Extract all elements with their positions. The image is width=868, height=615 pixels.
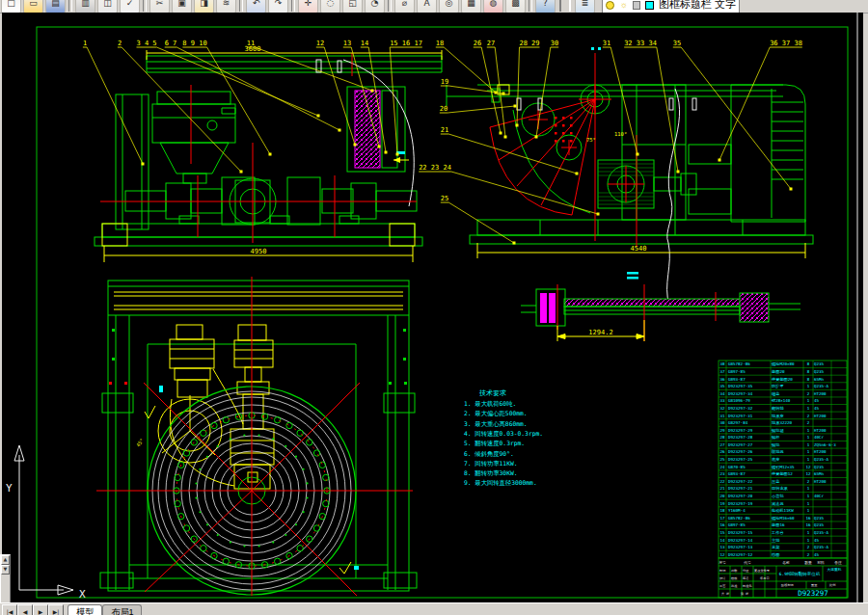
svg-text:底座: 底座 xyxy=(772,457,780,462)
svg-text:1: 1 xyxy=(807,449,810,454)
svg-text:9. 最大回转直径3000mm.: 9. 最大回转直径3000mm. xyxy=(464,479,537,487)
cut-icon[interactable]: ✂ xyxy=(149,0,170,13)
svg-text:65Mn: 65Mn xyxy=(814,377,825,382)
svg-text:28 29: 28 29 xyxy=(519,40,539,47)
layer-dropdown[interactable]: ☼ 图框标题栏 文字 xyxy=(602,0,740,13)
match-properties-icon[interactable]: ≋ xyxy=(216,0,236,13)
svg-text:弹簧垫圈20: 弹簧垫圈20 xyxy=(772,377,793,382)
svg-text:12: 12 xyxy=(719,552,725,557)
svg-text:8. 翻转功率30KW.: 8. 翻转功率30KW. xyxy=(464,469,518,476)
svg-text:Q235-A: Q235-A xyxy=(814,384,829,388)
svg-text:33: 33 xyxy=(719,398,725,403)
svg-text:3 4 5: 3 4 5 xyxy=(136,40,156,47)
plan-view: 45° xyxy=(96,277,417,596)
open-icon[interactable]: ▭ xyxy=(23,0,43,13)
left-scroll-strip[interactable]: ▲ ▼ xyxy=(0,554,11,604)
svg-text:37: 37 xyxy=(719,369,725,374)
undo-icon[interactable]: ↶ xyxy=(246,0,266,13)
svg-text:轴承座: 轴承座 xyxy=(772,414,784,418)
svg-text:D923297-27: D923297-27 xyxy=(728,442,753,447)
svg-text:22: 22 xyxy=(719,479,725,484)
svg-text:19: 19 xyxy=(719,501,725,506)
svg-text:批准: 批准 xyxy=(731,584,738,588)
dim-front-width: 4950 xyxy=(251,248,267,255)
scroll-down-button[interactable]: ▼ xyxy=(1,565,10,575)
svg-text:签名: 签名 xyxy=(743,576,748,580)
toolbar-separator xyxy=(239,0,243,12)
svg-text:2: 2 xyxy=(807,391,810,396)
copy-icon[interactable]: ▣ xyxy=(172,0,192,13)
svg-text:D923297-31: D923297-31 xyxy=(728,414,753,418)
drawing-canvas[interactable]: 75° 110° 1294.2 xyxy=(2,13,863,602)
svg-text:回转支承: 回转支承 xyxy=(772,486,789,491)
grid-icon[interactable]: ▩ xyxy=(505,0,526,13)
redo-icon[interactable]: ↷ xyxy=(268,0,288,13)
technical-requirements: 技术要求1. 最大载荷60吨.2. 最大偏心距500mm.3. 最大重心高860… xyxy=(464,389,543,487)
print-preview-icon[interactable]: ◫ xyxy=(97,0,118,13)
tab-布局1[interactable]: 布局1 xyxy=(102,604,142,615)
toolbar: □▭▤▥◫✓✂▣◨≋↶↷✛◌◱◔⌀A◎▦◍▩?≣ ☼ 图框标题栏 文字 xyxy=(0,0,868,13)
svg-text:5. 翻转速度0.3rpm.: 5. 翻转速度0.3rpm. xyxy=(464,440,525,447)
dim-style-icon[interactable]: ◎ xyxy=(439,0,459,13)
svg-text:D923297-26: D923297-26 xyxy=(728,449,753,454)
svg-text:15: 15 xyxy=(719,530,725,535)
svg-text:2: 2 xyxy=(807,414,810,418)
front-view xyxy=(95,53,442,246)
svg-text:联轴器: 联轴器 xyxy=(772,449,784,454)
svg-text:Q235-A: Q235-A xyxy=(814,457,829,462)
layer-name-label: 图框标题栏 文字 xyxy=(659,0,736,10)
svg-text:D923297-22: D923297-22 xyxy=(728,479,753,484)
svg-text:30: 30 xyxy=(719,420,725,425)
svg-text:代号: 代号 xyxy=(744,560,751,565)
svg-text:轴承32220: 轴承32220 xyxy=(772,420,792,425)
zoom-realtime-icon[interactable]: ◌ xyxy=(320,0,340,13)
svg-text:31: 31 xyxy=(719,414,725,418)
svg-text:压盖: 压盖 xyxy=(772,479,780,484)
layers-icon[interactable]: ≣ xyxy=(575,0,595,13)
svg-text:36: 36 xyxy=(719,377,725,382)
company-name: 大连重机 xyxy=(827,567,841,572)
svg-text:32 33 34: 32 33 34 xyxy=(624,40,657,47)
svg-text:30: 30 xyxy=(551,40,558,47)
svg-text:35: 35 xyxy=(719,384,725,388)
table-icon[interactable]: ▦ xyxy=(461,0,481,13)
save-icon[interactable]: ▤ xyxy=(45,0,66,13)
svg-text:GB93-87: GB93-87 xyxy=(728,377,746,382)
svg-text:D923297-13: D923297-13 xyxy=(728,545,753,549)
text-style-icon[interactable]: A xyxy=(417,0,437,13)
ucs-y-label: Y xyxy=(6,482,13,495)
tab-nav-button-2[interactable]: ▶ xyxy=(33,604,48,615)
svg-text:备注: 备注 xyxy=(834,560,842,565)
zoom-window-icon[interactable]: ◱ xyxy=(342,0,363,13)
scroll-up-button[interactable]: ▲ xyxy=(1,555,10,565)
spelling-icon[interactable]: ✓ xyxy=(120,0,140,13)
svg-text:螺栓M16×60: 螺栓M16×60 xyxy=(772,516,795,521)
tab-nav-button-1[interactable]: ◀ xyxy=(17,604,33,615)
tab-nav-button-0[interactable]: |◀ xyxy=(2,604,17,615)
svg-text:21: 21 xyxy=(441,126,448,134)
ole-icon[interactable]: ◍ xyxy=(483,0,503,13)
svg-text:4. 回转速度0.03-0.3rpm.: 4. 回转速度0.03-0.3rpm. xyxy=(464,430,543,438)
help-icon[interactable]: ? xyxy=(535,0,556,13)
zoom-previous-icon[interactable]: ◔ xyxy=(365,0,385,13)
svg-text:1: 1 xyxy=(807,538,810,543)
new-icon[interactable]: □ xyxy=(1,0,21,13)
svg-text:27: 27 xyxy=(719,442,725,447)
pan-icon[interactable]: ✛ xyxy=(298,0,318,13)
tab-nav-button-3[interactable]: ▶| xyxy=(48,604,64,615)
measure-icon[interactable]: ⌀ xyxy=(394,0,415,13)
svg-text:2. 最大偏心距500mm.: 2. 最大偏心距500mm. xyxy=(464,410,528,417)
paste-icon[interactable]: ◨ xyxy=(194,0,214,13)
svg-text:名称: 名称 xyxy=(782,560,790,565)
svg-text:D923297-29: D923297-29 xyxy=(728,428,753,433)
plot-icon[interactable]: ▥ xyxy=(75,0,95,13)
ucs-x-label: X xyxy=(79,588,86,601)
svg-text:15 16 17: 15 16 17 xyxy=(390,40,422,47)
toolbar-buttons: □▭▤▥◫✓✂▣◨≋↶↷✛◌◱◔⌀A◎▦◍▩?≣ xyxy=(0,0,596,13)
toolbar-separator xyxy=(143,0,147,12)
svg-text:主轴: 主轴 xyxy=(772,538,779,543)
tab-模型[interactable]: 模型 xyxy=(68,604,102,615)
svg-text:6. 倾斜角度90°.: 6. 倾斜角度90°. xyxy=(464,450,514,458)
svg-text:挡圈: 挡圈 xyxy=(771,552,779,557)
svg-text:1: 1 xyxy=(807,530,810,535)
